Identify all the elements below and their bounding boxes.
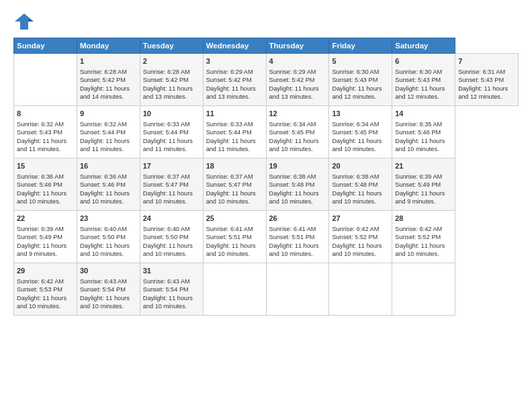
sunrise-label: Sunrise: 6:41 AM	[269, 226, 316, 232]
sunrise-label: Sunrise: 6:40 AM	[143, 226, 190, 232]
calendar-cell: 20 Sunrise: 6:38 AM Sunset: 5:48 PM Dayl…	[329, 158, 392, 211]
week-row-5: 29 Sunrise: 6:42 AM Sunset: 5:53 PM Dayl…	[14, 263, 519, 316]
calendar-cell: 19 Sunrise: 6:38 AM Sunset: 5:48 PM Dayl…	[266, 158, 329, 211]
day-number: 30	[80, 266, 137, 276]
day-number: 22	[17, 214, 74, 224]
day-number: 9	[80, 109, 137, 119]
calendar-cell: 29 Sunrise: 6:42 AM Sunset: 5:53 PM Dayl…	[14, 263, 77, 316]
daylight-label: Daylight: 11 hours and 10 minutes.	[395, 242, 445, 257]
calendar-cell	[329, 263, 392, 316]
sunset-label: Sunset: 5:42 PM	[143, 77, 189, 83]
day-number: 11	[206, 109, 263, 119]
sunrise-label: Sunrise: 6:36 AM	[17, 173, 64, 180]
calendar-cell: 22 Sunrise: 6:39 AM Sunset: 5:49 PM Dayl…	[14, 211, 77, 263]
sunrise-label: Sunrise: 6:28 AM	[143, 68, 190, 75]
day-number: 2	[143, 56, 200, 66]
day-header-sunday: Sunday	[14, 38, 77, 54]
sunset-label: Sunset: 5:43 PM	[458, 77, 504, 83]
sunrise-label: Sunrise: 6:37 AM	[143, 173, 190, 180]
daylight-label: Daylight: 11 hours and 10 minutes.	[269, 138, 319, 152]
week-row-4: 22 Sunrise: 6:39 AM Sunset: 5:49 PM Dayl…	[14, 211, 519, 263]
daylight-label: Daylight: 11 hours and 11 minutes.	[143, 138, 193, 152]
sunset-label: Sunset: 5:46 PM	[80, 181, 126, 188]
daylight-label: Daylight: 11 hours and 13 minutes.	[269, 85, 319, 100]
day-number: 14	[395, 109, 452, 119]
sunset-label: Sunset: 5:51 PM	[206, 234, 252, 240]
sunset-label: Sunset: 5:42 PM	[269, 77, 315, 83]
week-row-3: 15 Sunrise: 6:36 AM Sunset: 5:46 PM Dayl…	[14, 158, 519, 211]
calendar-cell: 28 Sunrise: 6:42 AM Sunset: 5:52 PM Dayl…	[392, 211, 455, 263]
sunrise-label: Sunrise: 6:39 AM	[395, 173, 442, 180]
calendar-cell: 3 Sunrise: 6:29 AM Sunset: 5:42 PM Dayli…	[203, 54, 266, 106]
calendar-cell: 9 Sunrise: 6:32 AM Sunset: 5:44 PM Dayli…	[77, 106, 140, 158]
logo	[13, 12, 38, 31]
calendar-cell: 17 Sunrise: 6:37 AM Sunset: 5:47 PM Dayl…	[140, 158, 203, 211]
sunrise-label: Sunrise: 6:43 AM	[80, 278, 127, 285]
daylight-label: Daylight: 11 hours and 10 minutes.	[395, 138, 445, 152]
header-row: SundayMondayTuesdayWednesdayThursdayFrid…	[14, 38, 519, 54]
calendar-cell: 25 Sunrise: 6:41 AM Sunset: 5:51 PM Dayl…	[203, 211, 266, 263]
day-number: 15	[17, 161, 74, 171]
day-number: 5	[332, 56, 389, 66]
sunrise-label: Sunrise: 6:32 AM	[80, 121, 127, 128]
sunset-label: Sunset: 5:43 PM	[395, 77, 441, 83]
sunset-label: Sunset: 5:48 PM	[269, 181, 315, 188]
day-number: 12	[269, 109, 326, 119]
day-header-monday: Monday	[77, 38, 140, 54]
sunrise-label: Sunrise: 6:31 AM	[458, 68, 505, 75]
day-number: 24	[143, 214, 200, 224]
sunrise-label: Sunrise: 6:42 AM	[17, 278, 64, 285]
calendar-cell: 24 Sunrise: 6:40 AM Sunset: 5:50 PM Dayl…	[140, 211, 203, 263]
day-number: 16	[80, 161, 137, 171]
sunset-label: Sunset: 5:42 PM	[80, 77, 126, 83]
daylight-label: Daylight: 11 hours and 9 minutes.	[17, 242, 66, 257]
sunset-label: Sunset: 5:51 PM	[269, 234, 315, 240]
calendar-cell: 13 Sunrise: 6:34 AM Sunset: 5:45 PM Dayl…	[329, 106, 392, 158]
day-number: 28	[395, 214, 452, 224]
sunset-label: Sunset: 5:54 PM	[80, 286, 126, 293]
sunrise-label: Sunrise: 6:34 AM	[269, 121, 316, 128]
calendar-cell: 15 Sunrise: 6:36 AM Sunset: 5:46 PM Dayl…	[14, 158, 77, 211]
calendar-cell: 11 Sunrise: 6:33 AM Sunset: 5:44 PM Dayl…	[203, 106, 266, 158]
daylight-label: Daylight: 11 hours and 14 minutes.	[80, 85, 130, 100]
calendar-cell: 6 Sunrise: 6:30 AM Sunset: 5:43 PM Dayli…	[392, 54, 455, 106]
sunset-label: Sunset: 5:47 PM	[143, 181, 189, 188]
sunset-label: Sunset: 5:50 PM	[143, 234, 189, 240]
day-number: 25	[206, 214, 263, 224]
day-number: 31	[143, 266, 200, 276]
sunset-label: Sunset: 5:52 PM	[395, 234, 441, 240]
calendar-cell: 26 Sunrise: 6:41 AM Sunset: 5:51 PM Dayl…	[266, 211, 329, 263]
sunrise-label: Sunrise: 6:41 AM	[206, 226, 253, 232]
daylight-label: Daylight: 11 hours and 10 minutes.	[269, 190, 319, 205]
daylight-label: Daylight: 11 hours and 11 minutes.	[17, 138, 66, 152]
sunrise-label: Sunrise: 6:34 AM	[332, 121, 379, 128]
daylight-label: Daylight: 11 hours and 10 minutes.	[80, 295, 130, 310]
sunrise-label: Sunrise: 6:40 AM	[80, 226, 127, 232]
sunset-label: Sunset: 5:46 PM	[395, 129, 441, 136]
day-number: 23	[80, 214, 137, 224]
calendar-cell: 23 Sunrise: 6:40 AM Sunset: 5:50 PM Dayl…	[77, 211, 140, 263]
week-row-1: 1 Sunrise: 6:28 AM Sunset: 5:42 PM Dayli…	[14, 54, 519, 106]
sunrise-label: Sunrise: 6:42 AM	[395, 226, 442, 232]
calendar-cell	[203, 263, 266, 316]
calendar-cell: 18 Sunrise: 6:37 AM Sunset: 5:47 PM Dayl…	[203, 158, 266, 211]
day-number: 10	[143, 109, 200, 119]
day-number: 21	[395, 161, 452, 171]
sunrise-label: Sunrise: 6:29 AM	[269, 68, 316, 75]
sunset-label: Sunset: 5:43 PM	[332, 77, 378, 83]
sunset-label: Sunset: 5:50 PM	[80, 234, 126, 240]
daylight-label: Daylight: 11 hours and 12 minutes.	[395, 85, 445, 100]
daylight-label: Daylight: 11 hours and 10 minutes.	[332, 242, 382, 257]
daylight-label: Daylight: 11 hours and 13 minutes.	[143, 85, 193, 100]
day-number: 26	[269, 214, 326, 224]
sunset-label: Sunset: 5:53 PM	[17, 286, 62, 293]
daylight-label: Daylight: 11 hours and 9 minutes.	[395, 190, 445, 205]
day-number: 20	[332, 161, 389, 171]
daylight-label: Daylight: 11 hours and 10 minutes.	[206, 242, 256, 257]
sunrise-label: Sunrise: 6:38 AM	[332, 173, 379, 180]
daylight-label: Daylight: 11 hours and 10 minutes.	[143, 242, 193, 257]
calendar-cell: 30 Sunrise: 6:43 AM Sunset: 5:54 PM Dayl…	[77, 263, 140, 316]
day-number: 29	[17, 266, 74, 276]
sunrise-label: Sunrise: 6:38 AM	[269, 173, 316, 180]
day-header-wednesday: Wednesday	[203, 38, 266, 54]
